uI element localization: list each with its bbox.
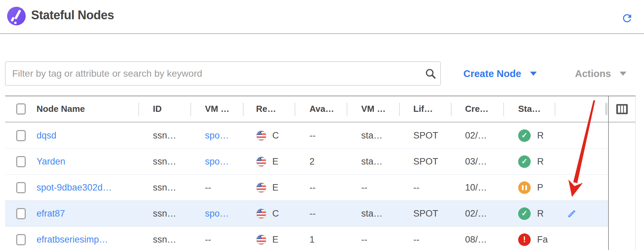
column-header-actions	[555, 96, 608, 122]
table-row[interactable]: spot-9dbae302d… ssn… -- E -- -- -- 10/… …	[5, 175, 608, 201]
status-value: Fa	[537, 234, 548, 245]
refresh-button[interactable]	[621, 12, 633, 24]
vm-size-value: sta…	[347, 123, 399, 148]
status-failed-icon: !	[518, 233, 531, 246]
node-id: ssn…	[138, 123, 190, 148]
row-checkbox[interactable]	[16, 208, 26, 219]
spot-logo-icon	[7, 7, 26, 25]
status-running-icon: ✓	[518, 207, 531, 220]
column-header-lifecycle[interactable]: Lif…	[399, 96, 451, 122]
row-checkbox[interactable]	[16, 130, 26, 141]
status-running-icon: ✓	[518, 129, 531, 142]
status-paused-icon	[518, 181, 531, 194]
column-header-status[interactable]: Sta…	[503, 96, 555, 122]
app-header: Stateful Nodes	[0, 0, 644, 34]
column-header-region[interactable]: Re…	[243, 96, 295, 122]
availability-zone-value: --	[295, 201, 347, 226]
filter-box	[5, 61, 441, 85]
vm-name-link[interactable]: spo…	[205, 208, 229, 219]
node-id: ssn…	[138, 149, 190, 174]
us-flag-icon	[256, 208, 267, 219]
vm-name-value: --	[190, 227, 243, 250]
created-value: 03/…	[451, 149, 503, 174]
us-flag-icon	[256, 234, 267, 245]
region-value: E	[272, 234, 278, 245]
row-checkbox[interactable]	[16, 156, 26, 167]
region-value: C	[272, 130, 279, 141]
vm-name-link[interactable]: spo…	[205, 156, 229, 167]
create-node-label: Create Node	[463, 68, 521, 79]
lifecycle-value: --	[399, 175, 451, 200]
node-name-link[interactable]: efrat87	[37, 208, 65, 219]
page-title: Stateful Nodes	[31, 8, 114, 22]
stateful-nodes-page: Stateful Nodes Create Node Actions Node …	[0, 0, 644, 250]
vm-name-value: --	[190, 175, 243, 200]
status-value: R	[537, 208, 544, 219]
node-id: ssn…	[138, 201, 190, 226]
node-id: ssn…	[138, 175, 190, 200]
table-row[interactable]: dqsd ssn… spo… C -- sta… SPOT 02/… ✓ R	[5, 123, 608, 149]
created-value: 02/…	[451, 123, 503, 148]
create-node-button[interactable]: Create Node	[463, 66, 537, 81]
created-value: 10/…	[451, 175, 503, 200]
nodes-table: Node Name ID VM … Re… Ava… VM … Lif… Cre…	[5, 96, 636, 250]
actions-label: Actions	[575, 68, 611, 79]
column-header-created[interactable]: Cre…	[451, 96, 503, 122]
lifecycle-value: SPOT	[399, 149, 451, 174]
column-header-node-name[interactable]: Node Name	[32, 96, 138, 122]
scrollbar-thumb[interactable]	[605, 103, 607, 115]
column-header-vm-size[interactable]: VM …	[347, 96, 399, 122]
table-row[interactable]: Yarden ssn… spo… E 2 sta… SPOT 03/… ✓ R	[5, 149, 608, 175]
filter-input[interactable]	[5, 61, 441, 85]
column-header-vm-name[interactable]: VM …	[190, 96, 243, 122]
us-flag-icon	[256, 130, 267, 141]
lifecycle-value: --	[399, 227, 451, 250]
region-value: E	[272, 156, 278, 167]
node-name-link[interactable]: Yarden	[37, 156, 65, 167]
row-checkbox[interactable]	[16, 234, 26, 245]
node-name-link[interactable]: efratbseriesimp…	[37, 234, 108, 245]
chevron-down-icon	[620, 72, 626, 76]
status-value: R	[537, 156, 544, 167]
region-value: E	[272, 182, 278, 193]
vm-size-value: sta…	[347, 149, 399, 174]
lifecycle-value: SPOT	[399, 123, 451, 148]
columns-icon	[616, 104, 628, 114]
column-header-id[interactable]: ID	[138, 96, 190, 122]
availability-zone-value: --	[295, 123, 347, 148]
created-value: 02/…	[451, 201, 503, 226]
refresh-icon	[621, 12, 633, 24]
search-icon[interactable]	[425, 68, 436, 79]
edit-pencil-icon	[567, 209, 576, 218]
row-checkbox[interactable]	[16, 182, 26, 193]
us-flag-icon	[256, 156, 267, 167]
created-value: 08/…	[451, 227, 503, 250]
vm-size-value: sta…	[347, 201, 399, 226]
node-name-link[interactable]: dqsd	[37, 130, 56, 141]
node-name-link[interactable]: spot-9dbae302d…	[37, 182, 112, 193]
availability-zone-value: 2	[295, 149, 347, 174]
status-value: R	[537, 130, 544, 141]
node-id: ssn…	[138, 227, 190, 250]
table-row-selected[interactable]: efrat87 ssn… spo… C -- sta… SPOT 02/… ✓ …	[5, 201, 608, 227]
column-header-availability-zone[interactable]: Ava…	[295, 96, 347, 122]
region-value: C	[272, 208, 279, 219]
column-picker-button[interactable]	[616, 104, 628, 114]
vm-name-link[interactable]: spo…	[205, 130, 229, 141]
status-value: P	[537, 182, 543, 193]
column-picker-column	[608, 96, 636, 250]
chevron-down-icon	[530, 72, 537, 76]
availability-zone-value: 1	[295, 227, 347, 250]
table-row[interactable]: efratbseriesimp… ssn… -- E 1 -- -- 08/… …	[5, 227, 608, 250]
vm-size-value: --	[347, 175, 399, 200]
actions-button[interactable]: Actions	[575, 66, 626, 81]
vm-size-value: --	[347, 227, 399, 250]
edit-node-button[interactable]	[567, 209, 576, 218]
select-all-checkbox[interactable]	[16, 103, 26, 115]
lifecycle-value: SPOT	[399, 201, 451, 226]
us-flag-icon	[256, 182, 267, 193]
table-header-row: Node Name ID VM … Re… Ava… VM … Lif… Cre…	[5, 96, 608, 123]
availability-zone-value: --	[295, 175, 347, 200]
status-running-icon: ✓	[518, 155, 531, 168]
